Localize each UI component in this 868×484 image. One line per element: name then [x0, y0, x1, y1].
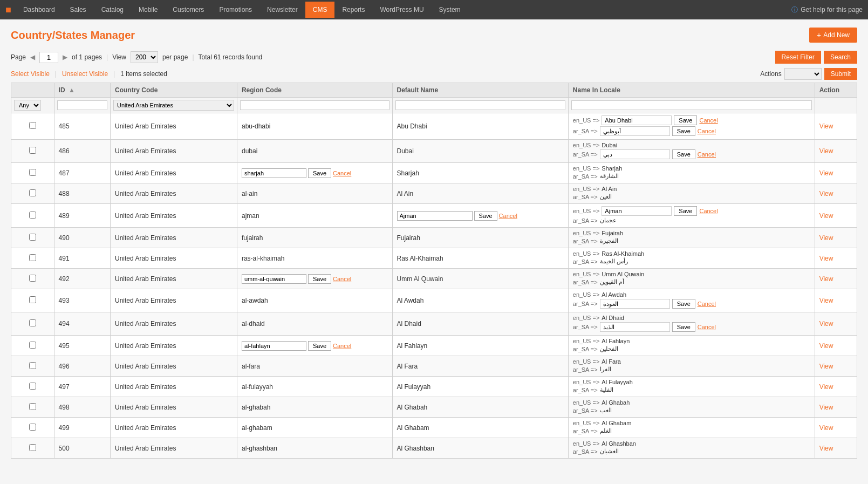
region-code-input[interactable] [242, 168, 306, 178]
dn-cancel-button[interactable]: Cancel [499, 213, 517, 219]
row-checkbox[interactable] [29, 319, 36, 326]
locale-save-button[interactable]: Save [672, 126, 695, 136]
view-link[interactable]: View [819, 147, 833, 155]
reset-filter-button[interactable]: Reset Filter [775, 51, 821, 64]
row-checkbox[interactable] [29, 122, 36, 129]
locale-save-button[interactable]: Save [672, 149, 695, 159]
row-checkbox[interactable] [29, 275, 36, 282]
view-link[interactable]: View [819, 234, 833, 242]
nav-promotions[interactable]: Promotions [211, 2, 259, 18]
locale-cancel-button[interactable]: Cancel [698, 128, 716, 134]
region-save-button[interactable]: Save [308, 341, 331, 351]
region-cancel-button[interactable]: Cancel [333, 170, 351, 176]
nav-newsletter[interactable]: Newsletter [259, 2, 305, 18]
nav-reports[interactable]: Reports [334, 2, 372, 18]
view-link[interactable]: View [819, 190, 833, 197]
default-name-input[interactable] [397, 211, 473, 221]
view-link[interactable]: View [819, 275, 833, 283]
nav-system[interactable]: System [432, 2, 468, 18]
row-region-code: al-ghabah [237, 397, 392, 418]
row-checkbox[interactable] [29, 444, 36, 451]
region-save-button[interactable]: Save [308, 274, 331, 284]
row-checkbox[interactable] [29, 234, 36, 241]
actions-select[interactable]: Delete [784, 68, 822, 80]
nav-wordpress[interactable]: WordPress MU [372, 2, 431, 18]
view-link[interactable]: View [819, 383, 833, 391]
view-link[interactable]: View [819, 445, 833, 452]
filter-country-select[interactable]: United Arab Emirates [113, 100, 234, 111]
region-cancel-button[interactable]: Cancel [333, 343, 351, 349]
select-visible-link[interactable]: Select Visible [11, 70, 50, 78]
locale-value-input[interactable] [602, 115, 672, 125]
region-save-button[interactable]: Save [308, 168, 331, 178]
page-number-input[interactable] [39, 52, 58, 63]
row-checkbox[interactable] [29, 212, 36, 219]
row-checkbox[interactable] [29, 342, 36, 349]
view-link[interactable]: View [819, 320, 833, 328]
locale-cancel-button[interactable]: Cancel [699, 117, 717, 124]
nav-dashboard[interactable]: Dashboard [16, 2, 63, 18]
view-link[interactable]: View [819, 363, 833, 370]
filter-id-input[interactable] [57, 100, 107, 110]
locale-save-button[interactable]: Save [674, 206, 697, 216]
nav-cms[interactable]: CMS [305, 2, 335, 18]
filter-any-select[interactable]: Any [14, 100, 41, 111]
row-checkbox[interactable] [29, 424, 36, 431]
add-new-button[interactable]: + Add New [809, 28, 857, 43]
filter-locale-input[interactable] [571, 100, 812, 110]
locale-value-input[interactable] [602, 206, 672, 216]
filter-region-input[interactable] [240, 100, 389, 110]
row-checkbox[interactable] [29, 189, 36, 196]
view-link[interactable]: View [819, 122, 833, 130]
row-checkbox[interactable] [29, 254, 36, 261]
view-link[interactable]: View [819, 424, 833, 432]
locale-save-button[interactable]: Save [674, 115, 697, 125]
nav-customers[interactable]: Customers [165, 2, 211, 18]
filter-default-name-input[interactable] [395, 100, 565, 110]
locale-cancel-button[interactable]: Cancel [699, 208, 717, 214]
region-code-input[interactable] [242, 341, 306, 351]
locale-value-input[interactable] [600, 149, 670, 159]
row-country-code: United Arab Emirates [111, 312, 237, 336]
row-checkbox[interactable] [29, 383, 36, 390]
locale-value-input[interactable] [600, 299, 670, 309]
per-page-select[interactable]: 200 50 100 [131, 51, 158, 63]
col-header-id[interactable]: ID ▲ [54, 83, 110, 98]
dn-save-button[interactable]: Save [474, 211, 497, 221]
view-link[interactable]: View [819, 404, 833, 411]
locale-cancel-button[interactable]: Cancel [698, 324, 716, 330]
locale-save-button[interactable]: Save [672, 299, 695, 309]
view-link[interactable]: View [819, 297, 833, 304]
prev-page-icon[interactable]: ◀ [30, 53, 35, 61]
nav-mobile[interactable]: Mobile [131, 2, 165, 18]
locale-line: en_US =>Ras Al-Khaimah [573, 250, 810, 257]
search-button[interactable]: Search [824, 51, 857, 64]
row-checkbox[interactable] [29, 403, 36, 410]
unselect-visible-link[interactable]: Unselect Visible [62, 70, 108, 78]
view-link[interactable]: View [819, 169, 833, 177]
row-checkbox[interactable] [29, 296, 36, 303]
region-cancel-button[interactable]: Cancel [333, 276, 351, 282]
row-checkbox[interactable] [29, 169, 36, 176]
table-row: 486United Arab EmiratesdubaiDubaien_US =… [11, 140, 857, 163]
locale-value-text: أم القيوين [600, 278, 624, 285]
nav-catalog[interactable]: Catalog [94, 2, 131, 18]
locale-cancel-button[interactable]: Cancel [698, 301, 716, 307]
view-link[interactable]: View [819, 212, 833, 220]
locale-key-label: ar_SA => [573, 448, 598, 455]
help-link[interactable]: Get help for this page [801, 6, 863, 13]
row-checkbox[interactable] [29, 362, 36, 369]
locale-line: en_US =>Sharjah [573, 165, 810, 172]
view-link[interactable]: View [819, 342, 833, 350]
view-link[interactable]: View [819, 255, 833, 262]
locale-cancel-button[interactable]: Cancel [698, 151, 716, 158]
table-row: 487United Arab EmiratesSaveCancelSharjah… [11, 163, 857, 183]
submit-button[interactable]: Submit [824, 68, 857, 80]
row-checkbox[interactable] [29, 147, 36, 154]
prev-icon-2[interactable]: ▶ [63, 53, 67, 61]
nav-sales[interactable]: Sales [63, 2, 94, 18]
locale-value-input[interactable] [600, 126, 670, 136]
locale-value-input[interactable] [600, 322, 670, 332]
locale-save-button[interactable]: Save [672, 322, 695, 332]
region-code-input[interactable] [242, 274, 306, 284]
